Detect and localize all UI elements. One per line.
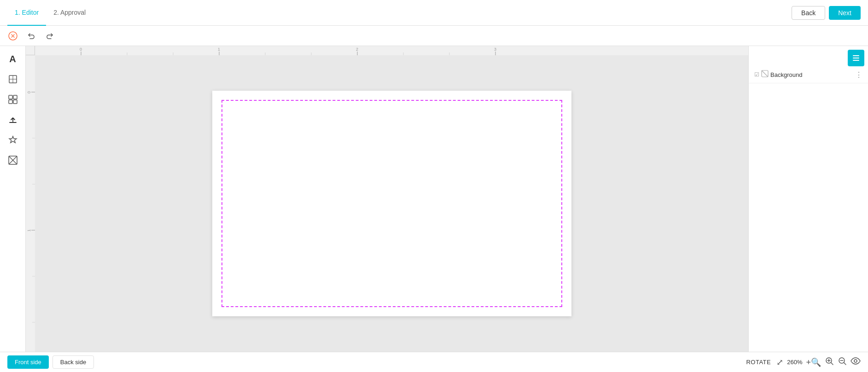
svg-rect-11 <box>35 46 748 55</box>
svg-rect-35 <box>853 55 859 56</box>
undo-icon[interactable] <box>24 29 39 43</box>
back-side-button[interactable]: Back side <box>52 355 94 369</box>
upload-tool[interactable] <box>4 110 22 129</box>
zoom-in-glass[interactable] <box>825 356 834 368</box>
tab-editor[interactable]: 1. Editor <box>7 0 46 26</box>
text-tool[interactable]: A <box>4 50 22 68</box>
header: 1. Editor 2. Approval Back Next <box>0 0 868 26</box>
svg-rect-26 <box>26 55 35 352</box>
fit-screen-icon[interactable]: ⤢ <box>776 357 783 367</box>
svg-line-39 <box>762 70 768 77</box>
header-tabs: 1. Editor 2. Approval <box>7 0 93 26</box>
svg-text:0: 0 <box>80 47 82 52</box>
grid-tool[interactable] <box>4 90 22 109</box>
zoom-controls: ⤢ 260% +🔍 <box>776 356 861 368</box>
svg-text:2: 2 <box>356 47 358 52</box>
bottom-controls: ROTATE ⤢ 260% +🔍 <box>746 356 861 368</box>
shape-tool[interactable] <box>4 70 22 88</box>
svg-rect-5 <box>13 95 17 99</box>
page-side-tabs: Front side Back side <box>7 355 94 369</box>
bottom-bar: Front side Back side ROTATE ⤢ 260% +🔍 <box>0 352 868 372</box>
next-button[interactable]: Next <box>829 6 861 20</box>
svg-line-45 <box>844 363 846 365</box>
reset-icon[interactable] <box>6 29 20 43</box>
ruler-corner <box>26 46 35 55</box>
canvas-page-bleed <box>221 100 562 307</box>
ruler-v-svg: 0 1 <box>26 55 35 352</box>
svg-rect-6 <box>9 100 12 104</box>
right-panel: ☑ Background ⋮ <box>748 46 868 352</box>
layer-name: Background <box>770 71 851 78</box>
header-buttons: Back Next <box>792 6 861 20</box>
svg-rect-36 <box>853 58 859 58</box>
star-tool[interactable] <box>4 131 22 149</box>
canvas-page[interactable] <box>212 91 571 316</box>
eye-icon[interactable] <box>851 357 861 367</box>
layer-more-icon[interactable]: ⋮ <box>855 70 862 79</box>
rotate-button[interactable]: ROTATE <box>746 359 771 366</box>
ruler-vertical: 0 1 <box>26 55 35 352</box>
svg-rect-37 <box>853 60 859 61</box>
svg-rect-7 <box>13 100 17 104</box>
mask-tool[interactable] <box>4 151 22 169</box>
layer-type-icon <box>761 70 769 79</box>
zoom-out-glass[interactable] <box>838 356 847 368</box>
canvas-content <box>35 55 748 352</box>
tab-approval[interactable]: 2. Approval <box>46 0 93 26</box>
svg-text:1: 1 <box>27 229 31 232</box>
layers-icon <box>851 53 861 63</box>
layer-background-row[interactable]: ☑ Background ⋮ <box>749 66 868 83</box>
front-side-button[interactable]: Front side <box>7 355 49 369</box>
zoom-percent: 260% <box>787 359 802 366</box>
layer-visibility-icon[interactable]: ☑ <box>754 71 759 78</box>
toolbar <box>0 26 868 46</box>
svg-line-41 <box>831 363 833 365</box>
zoom-in-icon[interactable]: +🔍 <box>806 357 821 367</box>
svg-text:1: 1 <box>218 47 220 52</box>
ruler-horizontal: 0 1 2 3 <box>35 46 748 55</box>
svg-rect-4 <box>9 95 12 99</box>
back-button[interactable]: Back <box>792 6 825 20</box>
redo-icon[interactable] <box>42 29 57 43</box>
left-sidebar: A <box>0 46 26 352</box>
svg-text:0: 0 <box>27 91 31 93</box>
canvas-area[interactable]: 0 1 2 3 0 <box>26 46 748 352</box>
layers-button[interactable] <box>848 50 864 66</box>
main-area: A <box>0 46 868 352</box>
svg-text:3: 3 <box>494 47 496 52</box>
ruler-h-svg: 0 1 2 3 <box>35 46 748 55</box>
svg-point-47 <box>854 360 857 362</box>
